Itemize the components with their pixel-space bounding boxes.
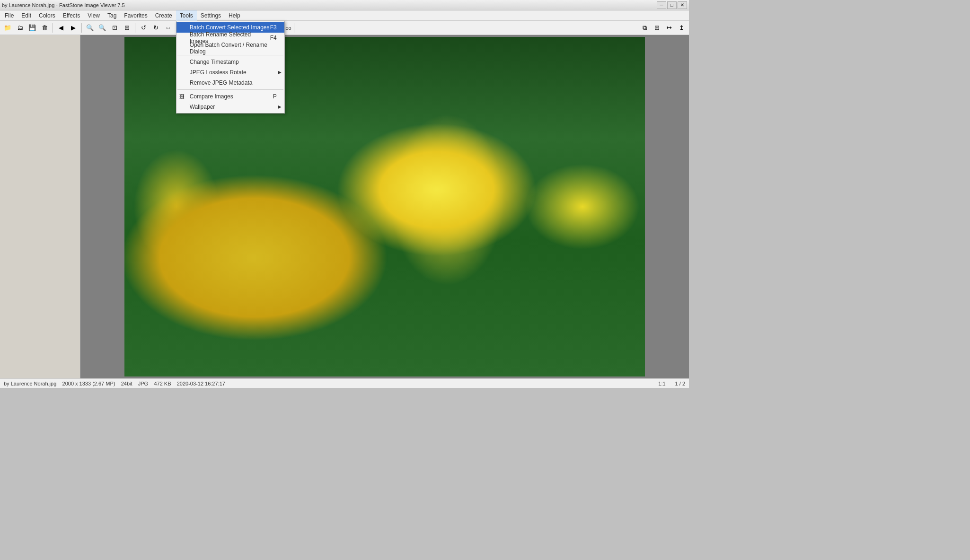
title-bar: by Laurence Norah.jpg - FastStone Image … <box>0 0 689 10</box>
wallpaper-label: Wallpaper <box>190 104 215 110</box>
toolbar-compare[interactable]: ⧉ <box>639 22 650 34</box>
toolbar-next[interactable]: ▶ <box>68 22 79 34</box>
window-controls: ─ □ ✕ <box>657 1 687 9</box>
sidebar <box>0 35 80 378</box>
menu-bar: File Edit Colors Effects View Tag Favori… <box>0 10 689 21</box>
toolbar-thumbnail[interactable]: ⊞ <box>651 22 662 34</box>
toolbar-browse[interactable]: 🗂 <box>14 22 26 34</box>
toolbar-zoomout[interactable]: 🔍 <box>97 22 108 34</box>
menu-colors[interactable]: Colors <box>35 10 59 21</box>
menu-view[interactable]: View <box>84 10 104 21</box>
menu-effects[interactable]: Effects <box>59 10 84 21</box>
image-area[interactable] <box>80 35 689 378</box>
toolbar-prev[interactable]: ◀ <box>55 22 67 34</box>
menu-edit[interactable]: Edit <box>18 10 35 21</box>
status-bits: 24bit <box>121 381 132 386</box>
status-zoom: 1:1 <box>658 381 665 386</box>
title-text: by Laurence Norah.jpg - FastStone Image … <box>2 2 125 8</box>
wallpaper-item[interactable]: Wallpaper ▶ <box>176 102 284 112</box>
menu-settings[interactable]: Settings <box>197 10 225 21</box>
compare-images-label: Compare Images <box>190 93 233 100</box>
separator-t1 <box>53 23 53 33</box>
status-dimensions: 2000 x 1333 (2.67 MP) <box>62 381 115 386</box>
menu-file[interactable]: File <box>1 10 18 21</box>
batch-convert-label: Batch Convert Selected Images <box>190 24 270 31</box>
menu-tools[interactable]: Tools Batch Convert Selected Images F3 B… <box>176 10 197 21</box>
separator-t3 <box>135 23 135 33</box>
toolbar-fit[interactable]: ⊡ <box>109 22 120 34</box>
toolbar-open[interactable]: 📁 <box>2 22 13 34</box>
tools-dropdown: Batch Convert Selected Images F3 Batch R… <box>176 21 285 114</box>
remove-jpeg-label: Remove JPEG Metadata <box>190 79 253 86</box>
separator-t6 <box>294 23 294 33</box>
status-left: by Laurence Norah.jpg 2000 x 1333 (2.67 … <box>4 381 225 386</box>
toolbar-rotateleft[interactable]: ↺ <box>138 22 149 34</box>
change-timestamp-item[interactable]: Change Timestamp <box>176 57 284 67</box>
status-filesize: 472 KB <box>154 381 171 386</box>
batch-rename-shortcut: F4 <box>270 35 277 41</box>
status-filename: by Laurence Norah.jpg <box>4 381 56 386</box>
jpeg-lossless-label: JPEG Lossless Rotate <box>190 69 247 76</box>
maximize-button[interactable]: □ <box>667 1 677 9</box>
toolbar-actual[interactable]: ⊞ <box>121 22 132 34</box>
jpeg-lossless-item[interactable]: JPEG Lossless Rotate ▶ <box>176 67 284 78</box>
open-batch-label: Open Batch Convert / Rename Dialog <box>190 42 277 55</box>
compare-images-shortcut: P <box>273 93 277 100</box>
separator-1 <box>177 55 283 55</box>
status-bar: by Laurence Norah.jpg 2000 x 1333 (2.67 … <box>0 378 689 388</box>
toolbar-fliph[interactable]: ↔ <box>162 22 174 34</box>
change-timestamp-label: Change Timestamp <box>190 59 239 65</box>
main-area <box>0 35 689 378</box>
status-format: JPG <box>138 381 148 386</box>
menu-tag[interactable]: Tag <box>104 10 120 21</box>
menu-create[interactable]: Create <box>151 10 176 21</box>
status-date: 2020-03-12 16:27:17 <box>177 381 225 386</box>
separator-2 <box>177 89 283 90</box>
menu-favorites[interactable]: Favorites <box>120 10 151 21</box>
open-batch-item[interactable]: Open Batch Convert / Rename Dialog <box>176 43 284 53</box>
remove-jpeg-item[interactable]: Remove JPEG Metadata <box>176 78 284 88</box>
batch-convert-shortcut: F3 <box>270 24 277 31</box>
toolbar: 📁 🗂 💾 🗑 ◀ ▶ 🔍 🔍 ⊡ ⊞ ↺ ↻ ↔ ↕ ⤢ ✂ ✉ 🖨 ▷ ⛶ … <box>0 21 689 35</box>
toolbar-delete[interactable]: 🗑 <box>39 22 50 34</box>
toolbar-fitwidth[interactable]: ↦ <box>663 22 675 34</box>
jpeg-lossless-arrow: ▶ <box>278 70 282 75</box>
toolbar-save[interactable]: 💾 <box>26 22 38 34</box>
compare-images-icon: 🖼 <box>179 94 185 99</box>
toolbar-zoomin[interactable]: 🔍 <box>84 22 96 34</box>
compare-images-item[interactable]: 🖼 Compare Images P <box>176 91 284 102</box>
menu-help[interactable]: Help <box>225 10 244 21</box>
separator-t2 <box>81 23 82 33</box>
status-position: 1 / 2 <box>675 381 685 386</box>
toolbar-fitheight[interactable]: ↥ <box>676 22 687 34</box>
status-right: 1:1 1 / 2 <box>658 381 685 386</box>
toolbar-rotateright[interactable]: ↻ <box>150 22 161 34</box>
wallpaper-arrow: ▶ <box>278 104 282 109</box>
minimize-button[interactable]: ─ <box>657 1 666 9</box>
close-button[interactable]: ✕ <box>678 1 687 9</box>
